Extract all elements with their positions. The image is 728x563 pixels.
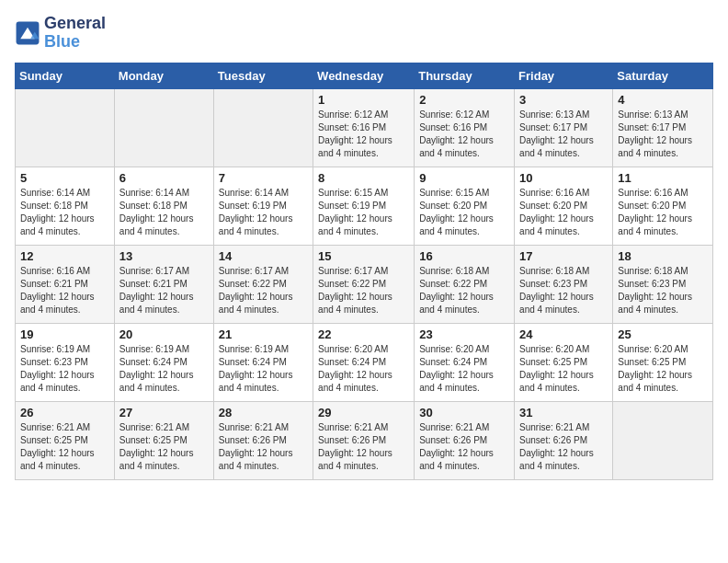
day-info: Sunrise: 6:13 AMSunset: 6:17 PMDaylight:… [519,109,608,160]
calendar-week-row: 26Sunrise: 6:21 AMSunset: 6:25 PMDayligh… [16,401,713,479]
day-info: Sunrise: 6:17 AMSunset: 6:21 PMDaylight:… [119,265,209,316]
calendar-cell: 25Sunrise: 6:20 AMSunset: 6:25 PMDayligh… [613,323,713,401]
day-info: Sunrise: 6:19 AMSunset: 6:23 PMDaylight:… [20,343,109,395]
calendar-cell: 11Sunrise: 6:16 AMSunset: 6:20 PMDayligh… [613,167,713,245]
calendar-cell: 29Sunrise: 6:21 AMSunset: 6:26 PMDayligh… [313,401,415,479]
calendar-cell: 7Sunrise: 6:14 AMSunset: 6:19 PMDaylight… [213,167,313,245]
weekday-header: Thursday [415,63,515,88]
calendar-week-row: 1Sunrise: 6:12 AMSunset: 6:16 PMDaylight… [16,88,713,167]
day-number: 8 [318,171,409,185]
day-info: Sunrise: 6:17 AMSunset: 6:22 PMDaylight:… [219,265,308,316]
weekday-header: Sunday [16,63,115,88]
calendar-table: SundayMondayTuesdayWednesdayThursdayFrid… [15,63,713,480]
calendar-cell: 2Sunrise: 6:12 AMSunset: 6:16 PMDaylight… [415,88,515,167]
calendar-cell [16,88,115,167]
weekday-header: Friday [515,63,613,88]
day-info: Sunrise: 6:21 AMSunset: 6:25 PMDaylight:… [119,421,209,473]
calendar-week-row: 5Sunrise: 6:14 AMSunset: 6:18 PMDaylight… [16,167,713,245]
calendar-week-row: 12Sunrise: 6:16 AMSunset: 6:21 PMDayligh… [16,245,713,323]
calendar-cell: 18Sunrise: 6:18 AMSunset: 6:23 PMDayligh… [613,245,713,323]
calendar-cell: 8Sunrise: 6:15 AMSunset: 6:19 PMDaylight… [313,167,415,245]
day-number: 27 [119,406,209,419]
day-info: Sunrise: 6:21 AMSunset: 6:26 PMDaylight:… [519,421,608,473]
day-number: 2 [419,93,509,107]
calendar-cell: 31Sunrise: 6:21 AMSunset: 6:26 PMDayligh… [515,401,613,479]
weekday-header: Monday [114,63,213,88]
calendar-cell: 26Sunrise: 6:21 AMSunset: 6:25 PMDayligh… [16,401,115,479]
weekday-header: Tuesday [213,63,313,88]
calendar-cell: 20Sunrise: 6:19 AMSunset: 6:24 PMDayligh… [114,323,213,401]
day-info: Sunrise: 6:14 AMSunset: 6:18 PMDaylight:… [20,187,109,238]
calendar-week-row: 19Sunrise: 6:19 AMSunset: 6:23 PMDayligh… [16,323,713,401]
day-info: Sunrise: 6:15 AMSunset: 6:20 PMDaylight:… [419,187,509,238]
day-number: 13 [119,249,209,263]
day-info: Sunrise: 6:16 AMSunset: 6:21 PMDaylight:… [20,265,109,316]
day-number: 3 [519,93,608,107]
calendar-cell: 22Sunrise: 6:20 AMSunset: 6:24 PMDayligh… [313,323,415,401]
day-info: Sunrise: 6:16 AMSunset: 6:20 PMDaylight:… [519,187,608,238]
day-number: 11 [618,171,708,185]
day-number: 12 [20,249,109,263]
day-number: 25 [618,327,708,341]
day-info: Sunrise: 6:18 AMSunset: 6:23 PMDaylight:… [618,265,708,316]
calendar-cell [613,401,713,479]
calendar-cell: 6Sunrise: 6:14 AMSunset: 6:18 PMDaylight… [114,167,213,245]
day-number: 21 [219,327,308,341]
day-number: 14 [219,249,308,263]
logo-icon [15,20,40,46]
day-info: Sunrise: 6:18 AMSunset: 6:23 PMDaylight:… [519,265,608,316]
day-info: Sunrise: 6:20 AMSunset: 6:25 PMDaylight:… [618,343,708,395]
day-number: 1 [318,93,409,107]
weekday-header: Wednesday [313,63,415,88]
calendar-cell: 30Sunrise: 6:21 AMSunset: 6:26 PMDayligh… [415,401,515,479]
day-number: 24 [519,327,608,341]
day-info: Sunrise: 6:21 AMSunset: 6:26 PMDaylight:… [419,421,509,473]
day-number: 18 [618,249,708,263]
day-info: Sunrise: 6:12 AMSunset: 6:16 PMDaylight:… [419,109,509,160]
calendar-cell: 16Sunrise: 6:18 AMSunset: 6:22 PMDayligh… [415,245,515,323]
calendar-cell: 27Sunrise: 6:21 AMSunset: 6:25 PMDayligh… [114,401,213,479]
calendar-cell: 3Sunrise: 6:13 AMSunset: 6:17 PMDaylight… [515,88,613,167]
day-number: 4 [618,93,708,107]
calendar-cell: 13Sunrise: 6:17 AMSunset: 6:21 PMDayligh… [114,245,213,323]
day-number: 26 [20,406,109,419]
weekday-header-row: SundayMondayTuesdayWednesdayThursdayFrid… [16,63,713,88]
calendar-cell [114,88,213,167]
day-number: 16 [419,249,509,263]
day-info: Sunrise: 6:15 AMSunset: 6:19 PMDaylight:… [318,187,409,238]
day-number: 15 [318,249,409,263]
day-info: Sunrise: 6:20 AMSunset: 6:24 PMDaylight:… [318,343,409,395]
calendar-cell: 9Sunrise: 6:15 AMSunset: 6:20 PMDaylight… [415,167,515,245]
day-number: 9 [419,171,509,185]
day-info: Sunrise: 6:20 AMSunset: 6:24 PMDaylight:… [419,343,509,395]
day-number: 23 [419,327,509,341]
day-info: Sunrise: 6:12 AMSunset: 6:16 PMDaylight:… [318,109,409,160]
day-number: 19 [20,327,109,341]
day-info: Sunrise: 6:18 AMSunset: 6:22 PMDaylight:… [419,265,509,316]
day-info: Sunrise: 6:19 AMSunset: 6:24 PMDaylight:… [219,343,308,395]
calendar-cell: 1Sunrise: 6:12 AMSunset: 6:16 PMDaylight… [313,88,415,167]
day-info: Sunrise: 6:20 AMSunset: 6:25 PMDaylight:… [519,343,608,395]
day-number: 6 [119,171,209,185]
day-number: 30 [419,406,509,419]
day-number: 29 [318,406,409,419]
calendar-cell: 15Sunrise: 6:17 AMSunset: 6:22 PMDayligh… [313,245,415,323]
page-header: General Blue [15,15,713,52]
day-number: 10 [519,171,608,185]
day-number: 7 [219,171,308,185]
day-number: 17 [519,249,608,263]
calendar-cell: 4Sunrise: 6:13 AMSunset: 6:17 PMDaylight… [613,88,713,167]
day-info: Sunrise: 6:19 AMSunset: 6:24 PMDaylight:… [119,343,209,395]
calendar-cell: 24Sunrise: 6:20 AMSunset: 6:25 PMDayligh… [515,323,613,401]
calendar-cell: 21Sunrise: 6:19 AMSunset: 6:24 PMDayligh… [213,323,313,401]
logo: General Blue [15,15,106,52]
calendar-cell: 5Sunrise: 6:14 AMSunset: 6:18 PMDaylight… [16,167,115,245]
day-info: Sunrise: 6:16 AMSunset: 6:20 PMDaylight:… [618,187,708,238]
calendar-cell: 19Sunrise: 6:19 AMSunset: 6:23 PMDayligh… [16,323,115,401]
day-info: Sunrise: 6:21 AMSunset: 6:25 PMDaylight:… [20,421,109,473]
calendar-cell: 28Sunrise: 6:21 AMSunset: 6:26 PMDayligh… [213,401,313,479]
day-info: Sunrise: 6:21 AMSunset: 6:26 PMDaylight:… [318,421,409,473]
calendar-cell [213,88,313,167]
day-info: Sunrise: 6:17 AMSunset: 6:22 PMDaylight:… [318,265,409,316]
calendar-cell: 10Sunrise: 6:16 AMSunset: 6:20 PMDayligh… [515,167,613,245]
